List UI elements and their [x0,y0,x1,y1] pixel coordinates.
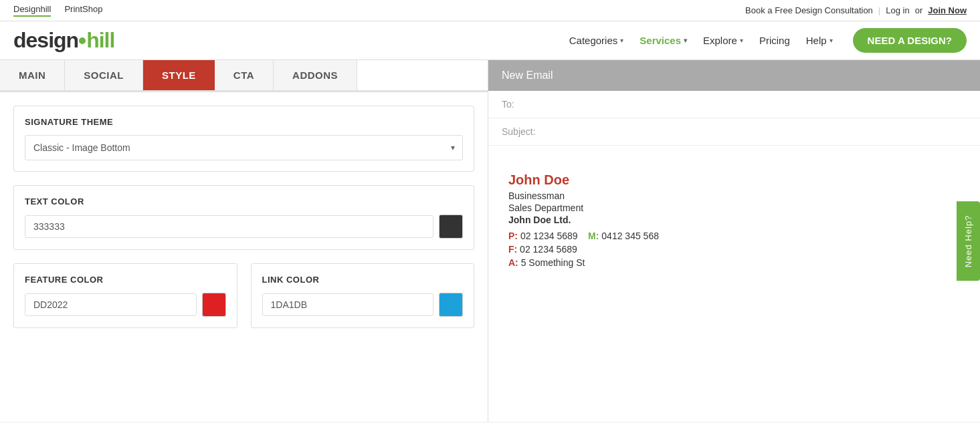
tab-cta[interactable]: CTA [215,60,274,90]
categories-label: Categories [569,35,618,46]
sig-mobile-value: 0412 345 568 [601,231,659,241]
nav-items: Categories ▾ Services ▾ Explore ▾ Pricin… [569,35,833,46]
left-panel: MAIN SOCIAL STYLE CTA ADDONS SIGNATURE T… [0,60,488,422]
explore-label: Explore [703,35,737,46]
logo-dot [79,37,86,44]
sig-phone-row: P: 02 1234 5689 M: 0412 345 568 [508,231,960,241]
email-to-label: To: [502,99,514,110]
sig-address-value: 5 Something St [521,257,585,268]
top-bar-left: Designhill PrintShop [13,4,102,17]
sig-fax-value: 02 1234 5689 [520,244,577,255]
text-color-label: TEXT COLOR [25,196,463,206]
tab-addons[interactable]: ADDONS [274,60,357,90]
feature-color-row: DD2022 [25,293,226,317]
signature-theme-select[interactable]: Classic - Image Bottom [25,135,463,160]
text-color-row: 333333 [25,215,463,239]
feature-color-input[interactable]: DD2022 [25,293,197,316]
join-link[interactable]: Join Now [928,5,967,15]
sig-company: John Doe Ltd. [508,215,960,225]
signature-theme-select-wrapper: Classic - Image Bottom ▾ [25,135,463,160]
feature-color-group: FEATURE COLOR DD2022 [13,263,237,328]
sig-phone-value: 02 1234 5689 [520,231,578,241]
main-nav: designhill Categories ▾ Services ▾ Explo… [0,21,980,60]
link-color-row: 1DA1DB [262,293,464,317]
sig-title: Businessman [508,190,960,201]
text-color-input[interactable]: 333333 [25,215,433,238]
email-to-field[interactable]: To: [488,91,980,118]
logo-design-text: design [13,28,78,53]
nav-services[interactable]: Services ▾ [640,35,687,46]
email-subject-field[interactable]: Subject: [488,118,980,146]
email-header: New Email [488,60,980,91]
pricing-label: Pricing [759,35,790,46]
sig-address-row: A: 5 Something St [508,257,960,268]
link-color-input[interactable]: 1DA1DB [262,293,434,316]
login-link[interactable]: Log in [886,5,909,15]
categories-chevron: ▾ [620,37,623,44]
signature-theme-group: SIGNATURE THEME Classic - Image Bottom ▾ [13,106,474,172]
top-bar: Designhill PrintShop Book a Free Design … [0,0,980,21]
link-color-swatch[interactable] [439,293,463,317]
top-bar-right: Book a Free Design Consultation | Log in… [745,5,967,15]
nav-help[interactable]: Help ▾ [806,35,833,46]
services-chevron: ▾ [684,37,687,44]
or-text: or [915,5,923,15]
help-chevron: ▾ [829,37,833,44]
feature-color-swatch[interactable] [202,293,226,317]
help-label: Help [806,35,827,46]
tab-main[interactable]: MAIN [0,60,65,90]
sig-address-label: A: [508,257,518,268]
sig-fax-label: F: [508,244,517,255]
nav-pricing[interactable]: Pricing [759,35,790,46]
color-row: FEATURE COLOR DD2022 LINK COLOR 1DA1DB [13,263,474,328]
nav-explore[interactable]: Explore ▾ [703,35,743,46]
designhill-link[interactable]: Designhill [13,4,51,17]
right-panel: New Email To: Subject: John Doe Business… [488,60,980,422]
text-color-swatch[interactable] [439,215,463,239]
feature-color-label: FEATURE COLOR [25,275,226,285]
logo[interactable]: designhill [13,28,114,53]
link-color-group: LINK COLOR 1DA1DB [251,263,475,328]
content-area: MAIN SOCIAL STYLE CTA ADDONS SIGNATURE T… [0,60,980,422]
nav-categories[interactable]: Categories ▾ [569,35,624,46]
sig-department: Sales Department [508,202,960,213]
style-panel: SIGNATURE THEME Classic - Image Bottom ▾… [0,92,488,341]
email-subject-label: Subject: [502,126,536,137]
services-label: Services [640,35,681,46]
need-help-tab[interactable]: Need Help? [957,201,980,281]
divider: | [878,5,880,15]
tab-social[interactable]: SOCIAL [65,60,143,90]
consultation-link[interactable]: Book a Free Design Consultation [745,5,873,15]
tab-style[interactable]: STYLE [143,60,215,90]
text-color-group: TEXT COLOR 333333 [13,185,474,250]
link-color-label: LINK COLOR [262,275,464,285]
logo-hill-text: hill [86,28,114,53]
explore-chevron: ▾ [740,37,743,44]
sig-fax-row: F: 02 1234 5689 [508,244,960,255]
tabs-bar: MAIN SOCIAL STYLE CTA ADDONS [0,60,488,92]
need-design-button[interactable]: NEED A DESIGN? [853,28,967,53]
email-header-text: New Email [502,69,553,81]
sig-mobile-label: M: [588,231,599,241]
email-body: John Doe Businessman Sales Department Jo… [488,146,980,422]
printshop-link[interactable]: PrintShop [64,4,102,17]
signature-theme-label: SIGNATURE THEME [25,117,463,127]
sig-phone-label: P: [508,231,518,241]
sig-name: John Doe [508,172,960,188]
